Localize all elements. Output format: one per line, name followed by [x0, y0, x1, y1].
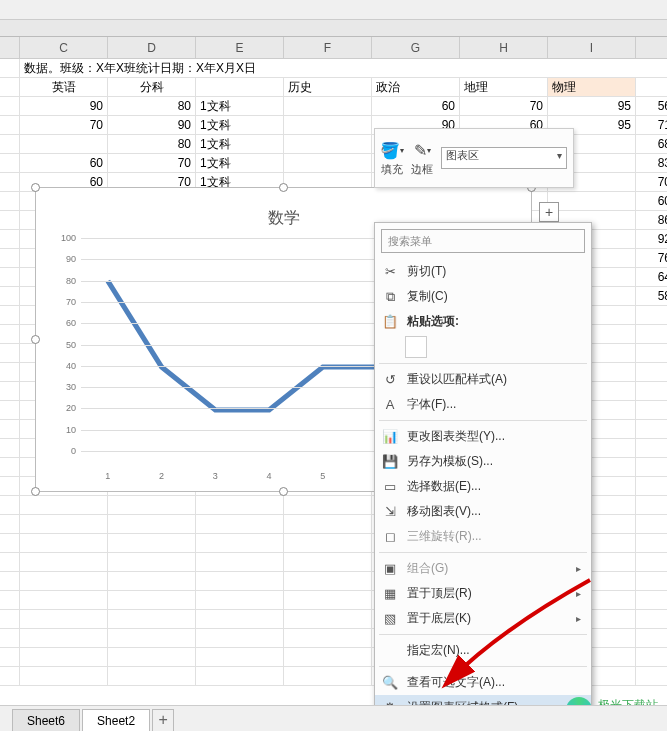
- move-icon: ⇲: [381, 503, 399, 521]
- col-c: C: [20, 37, 108, 58]
- clipboard-icon: 📋: [381, 313, 399, 331]
- reset-icon: ↺: [381, 371, 399, 389]
- y-axis: 0102030405060708090100: [46, 238, 76, 451]
- save-icon: 💾: [381, 453, 399, 471]
- assign-macro-item[interactable]: 指定宏(N)...: [375, 638, 591, 663]
- magnify-icon: 🔍: [381, 674, 399, 692]
- header-text-cell[interactable]: 数据。班级：X年X班统计日期：X年X月X日: [20, 59, 667, 77]
- data-icon: ▭: [381, 478, 399, 496]
- context-menu: 搜索菜单 ✂剪切(T) ⧉复制(C) 📋粘贴选项: ↺重设以匹配样式(A) A字…: [374, 222, 592, 731]
- reset-match-style-item[interactable]: ↺重设以匹配样式(A): [375, 367, 591, 392]
- bring-front-item[interactable]: ▦置于顶层(R)▸: [375, 581, 591, 606]
- hdr-geography[interactable]: 地理: [460, 78, 548, 96]
- hdr-history[interactable]: 历史: [284, 78, 372, 96]
- ruler-strip: [0, 20, 667, 37]
- copy-icon: ⧉: [381, 288, 399, 306]
- layer-back-icon: ▧: [381, 610, 399, 628]
- col-i: I: [548, 37, 636, 58]
- rotate-3d-item: ◻三维旋转(R)...: [375, 524, 591, 549]
- add-sheet-button[interactable]: +: [152, 709, 174, 731]
- select-data-item[interactable]: ▭选择数据(E)...: [375, 474, 591, 499]
- font-item[interactable]: A字体(F)...: [375, 392, 591, 417]
- column-headers[interactable]: C D E F G H I: [0, 37, 667, 59]
- paste-options-label: 📋粘贴选项:: [375, 309, 591, 334]
- col-f: F: [284, 37, 372, 58]
- save-template-item[interactable]: 💾另存为模板(S)...: [375, 449, 591, 474]
- rotate-icon: ◻: [381, 528, 399, 546]
- group-icon: ▣: [381, 560, 399, 578]
- chart-mini-toolbar: 🪣▾ 填充 ✎▾ 边框 图表区: [374, 128, 574, 188]
- font-icon: A: [381, 396, 399, 414]
- paint-bucket-icon: 🪣▾: [381, 140, 403, 162]
- layer-front-icon: ▦: [381, 585, 399, 603]
- move-chart-item[interactable]: ⇲移动图表(V)...: [375, 499, 591, 524]
- border-button[interactable]: ✎▾ 边框: [411, 140, 433, 177]
- paste-option-button[interactable]: [405, 336, 427, 358]
- chart-elements-button[interactable]: +: [539, 202, 559, 222]
- col-d: D: [108, 37, 196, 58]
- alt-text-item[interactable]: 🔍查看可选文字(A)...: [375, 670, 591, 695]
- cut-item[interactable]: ✂剪切(T): [375, 259, 591, 284]
- scissors-icon: ✂: [381, 263, 399, 281]
- fill-button[interactable]: 🪣▾ 填充: [381, 140, 403, 177]
- change-chart-type-item[interactable]: 📊更改图表类型(Y)...: [375, 424, 591, 449]
- chart-element-selector[interactable]: 图表区: [441, 147, 567, 169]
- tab-sheet2[interactable]: Sheet2: [82, 709, 150, 731]
- chart-icon: 📊: [381, 428, 399, 446]
- col-e: E: [196, 37, 284, 58]
- search-menu-input[interactable]: 搜索菜单: [381, 229, 585, 253]
- group-item: ▣组合(G)▸: [375, 556, 591, 581]
- hdr-english[interactable]: 英语: [20, 78, 108, 96]
- title-bar-strip: [0, 0, 667, 20]
- sheet-tabs-bar: Sheet6 Sheet2 +: [0, 705, 667, 731]
- send-back-item[interactable]: ▧置于底层(K)▸: [375, 606, 591, 631]
- tab-sheet6[interactable]: Sheet6: [12, 709, 80, 731]
- col-h: H: [460, 37, 548, 58]
- copy-item[interactable]: ⧉复制(C): [375, 284, 591, 309]
- pen-icon: ✎▾: [411, 140, 433, 162]
- col-g: G: [372, 37, 460, 58]
- hdr-physics[interactable]: 物理: [548, 78, 636, 96]
- hdr-branch[interactable]: 分科: [108, 78, 196, 96]
- hdr-politics[interactable]: 政治: [372, 78, 460, 96]
